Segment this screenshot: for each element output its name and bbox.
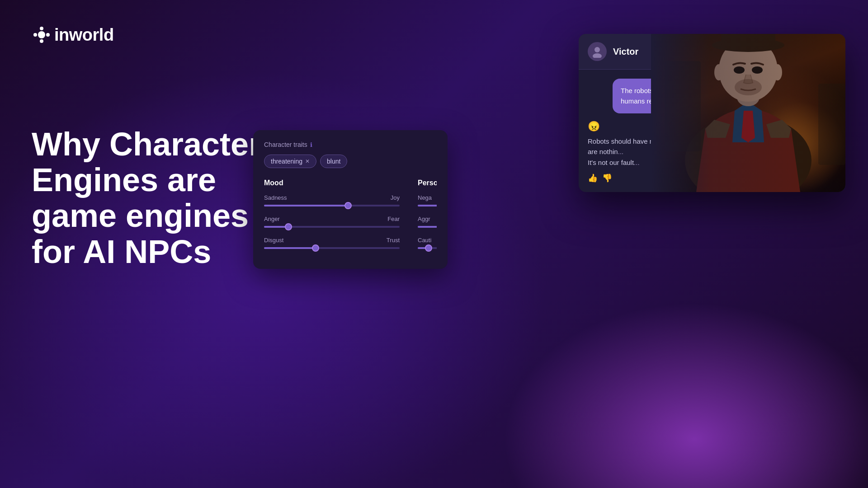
disgust-trust-track[interactable]: [264, 247, 400, 249]
disgust-label: Disgust: [264, 237, 283, 244]
thumbs-up-button[interactable]: 👍: [588, 173, 598, 183]
sadness-joy-slider-row: Sadness Joy: [264, 194, 400, 206]
chat-panel: Victor ⇔ ✕ The robots I spoke with are a…: [579, 34, 845, 192]
sadness-joy-fill: [264, 205, 348, 206]
trait-tag-blunt[interactable]: blunt: [320, 155, 347, 168]
anger-fear-labels: Anger Fear: [264, 216, 400, 222]
sadness-joy-labels: Sadness Joy: [264, 194, 400, 201]
svg-rect-19: [818, 84, 845, 165]
sadness-joy-thumb[interactable]: [344, 202, 352, 209]
aggression-labels: Aggr: [418, 216, 437, 222]
joy-label: Joy: [391, 194, 400, 201]
caution-slider-row: Cauti: [418, 237, 437, 249]
aggression-fill: [418, 226, 437, 228]
negative-labels: Nega: [418, 194, 437, 201]
caution-label: Cauti: [418, 237, 431, 244]
remove-threatening-icon[interactable]: ✕: [305, 158, 310, 164]
negative-fill: [418, 205, 437, 206]
fear-label: Fear: [387, 216, 400, 222]
traits-label: Character traits: [264, 141, 307, 148]
npc-message-ellipsis2: ...: [634, 159, 640, 166]
personality-title: Perso: [418, 179, 437, 187]
svg-point-17: [735, 79, 762, 95]
traits-panel: Character traits ℹ threatening ✕ blunt M…: [253, 130, 448, 269]
mood-section: Mood Sadness Joy Anger: [264, 179, 437, 258]
traits-tags: threatening ✕ blunt: [264, 155, 437, 168]
trait-tag-threatening[interactable]: threatening ✕: [264, 155, 316, 168]
disgust-trust-fill: [264, 247, 316, 249]
avatar: [588, 42, 607, 61]
victor-3d-view: [651, 34, 845, 192]
negative-slider-row: Nega: [418, 194, 437, 206]
svg-rect-18: [665, 61, 701, 151]
logo: inworld: [32, 25, 114, 45]
svg-point-14: [752, 66, 763, 74]
headline-line2: Engines are: [32, 162, 261, 198]
npc-message-ellipsis: ...: [618, 148, 624, 155]
anger-fear-track[interactable]: [264, 226, 400, 228]
thumbs-down-button[interactable]: 👎: [602, 173, 612, 183]
caution-track[interactable]: [418, 247, 437, 249]
mood-title: Mood: [264, 179, 400, 187]
traits-header: Character traits ℹ: [264, 141, 437, 148]
sadness-label: Sadness: [264, 194, 287, 201]
trust-label: Trust: [387, 237, 400, 244]
svg-point-1: [40, 27, 43, 30]
anger-fear-thumb[interactable]: [285, 223, 292, 230]
anger-fear-slider-row: Anger Fear: [264, 216, 400, 228]
logo-text: inworld: [54, 25, 114, 45]
svg-point-16: [773, 64, 782, 80]
svg-point-4: [46, 33, 50, 37]
disgust-trust-slider-row: Disgust Trust: [264, 237, 400, 249]
negative-label: Nega: [418, 194, 432, 201]
trait-label-blunt: blunt: [327, 158, 340, 165]
caution-thumb[interactable]: [425, 244, 432, 252]
headline-line3: game engines: [32, 198, 261, 234]
svg-point-3: [33, 33, 37, 37]
svg-point-6: [593, 53, 602, 58]
svg-point-13: [734, 66, 745, 74]
svg-rect-11: [721, 34, 775, 47]
svg-point-0: [38, 31, 45, 38]
sadness-joy-track[interactable]: [264, 205, 400, 206]
disgust-trust-labels: Disgust Trust: [264, 237, 400, 244]
aggression-track[interactable]: [418, 226, 437, 228]
svg-point-5: [594, 47, 600, 52]
headline-line1: Why Character: [32, 127, 261, 162]
info-icon: ℹ: [310, 141, 312, 148]
headline: Why Character Engines are game engines f…: [32, 127, 261, 270]
aggression-label: Aggr: [418, 216, 430, 222]
caution-labels: Cauti: [418, 237, 437, 244]
npc-message-continuation: It's not our fault: [588, 159, 634, 166]
svg-point-2: [40, 39, 43, 43]
anger-label: Anger: [264, 216, 280, 222]
trait-label-threatening: threatening: [271, 158, 302, 165]
headline-line4: for AI NPCs: [32, 234, 261, 270]
svg-point-15: [714, 64, 723, 80]
victor-svg: [651, 34, 845, 192]
negative-track[interactable]: [418, 205, 437, 206]
aggression-slider-row: Aggr: [418, 216, 437, 228]
disgust-trust-thumb[interactable]: [312, 244, 319, 252]
